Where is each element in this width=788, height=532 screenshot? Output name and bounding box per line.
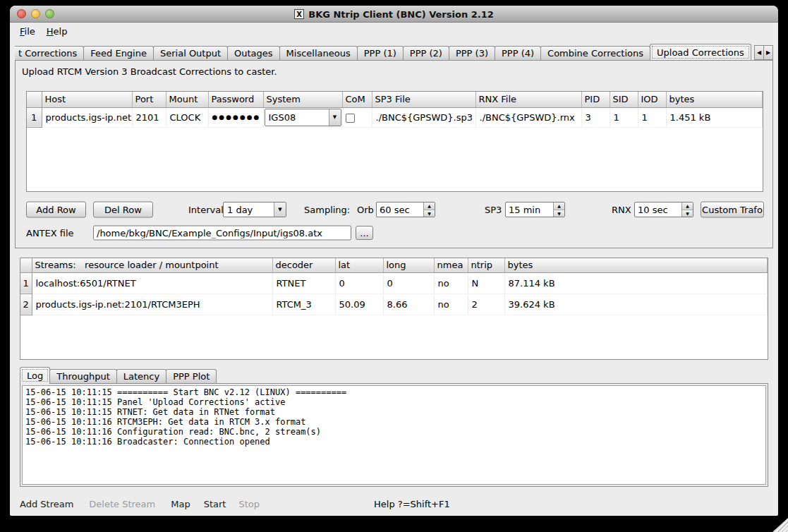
status-bar: Add Stream Delete Stream Map Start Stop … xyxy=(10,494,778,514)
add-stream-button[interactable]: Add Stream xyxy=(20,499,73,509)
com-checkbox[interactable] xyxy=(346,114,355,123)
cell-long[interactable]: 0 xyxy=(383,272,434,294)
tab-broadcast-corrections[interactable]: t Corrections xyxy=(15,46,84,60)
spin-up-icon[interactable]: ▲ xyxy=(682,202,693,210)
cell-nmea[interactable]: no xyxy=(434,294,468,315)
spin-down-icon[interactable]: ▼ xyxy=(424,210,435,217)
tab-outages[interactable]: Outages xyxy=(227,46,280,60)
cell-sid[interactable]: 1 xyxy=(610,107,638,127)
spin-up-icon[interactable]: ▲ xyxy=(424,202,435,210)
tab-ppp-3[interactable]: PPP (3) xyxy=(449,46,495,60)
menu-help[interactable]: Help xyxy=(42,25,72,38)
cell-decoder[interactable]: RTCM_3 xyxy=(272,294,335,315)
row-number[interactable]: 1 xyxy=(20,272,32,294)
cell-long[interactable]: 8.66 xyxy=(383,294,434,315)
resize-grip[interactable] xyxy=(772,518,788,532)
sampling-label: Sampling: xyxy=(304,205,350,215)
cell-nmea[interactable]: no xyxy=(434,272,468,294)
log-output[interactable]: 15-06-15 10:11:15 ========== Start BNC v… xyxy=(22,385,766,485)
chevron-down-icon[interactable]: ▼ xyxy=(329,109,341,126)
map-button[interactable]: Map xyxy=(171,499,190,509)
tab-ppp-1[interactable]: PPP (1) xyxy=(357,46,404,60)
antex-file-input[interactable] xyxy=(93,226,351,241)
column-header-sp3-file[interactable]: SP3 File xyxy=(372,92,475,107)
table-corner[interactable] xyxy=(20,258,32,272)
cell-decoder[interactable]: RTNET xyxy=(272,272,335,294)
cell-ntrip[interactable]: 2 xyxy=(468,294,504,315)
column-header-iod[interactable]: IOD xyxy=(638,92,666,107)
orb-sampling-spinbox[interactable]: 60 sec ▲ ▼ xyxy=(376,202,435,217)
column-header-com[interactable]: CoM xyxy=(342,92,372,107)
cell-lat[interactable]: 0 xyxy=(335,272,383,294)
column-header-mount[interactable]: Mount xyxy=(166,92,208,107)
upload-table-row: 1 products.igs-ip.net 2101 CLOCK ●●●●●●●… xyxy=(27,107,763,127)
cell-lat[interactable]: 50.09 xyxy=(335,294,383,315)
cell-host[interactable]: products.igs-ip.net xyxy=(42,107,132,127)
cell-port[interactable]: 2101 xyxy=(132,107,166,127)
table-corner[interactable] xyxy=(27,92,42,107)
start-button[interactable]: Start xyxy=(204,499,226,509)
tab-throughput[interactable]: Throughput xyxy=(49,369,117,383)
del-row-button[interactable]: Del Row xyxy=(93,202,153,218)
column-header-bytes[interactable]: bytes xyxy=(504,258,768,272)
interval-combobox[interactable]: 1 day ▼ xyxy=(223,202,286,217)
cell-password[interactable]: ●●●●●●● xyxy=(208,107,263,127)
tab-ppp-plot[interactable]: PPP Plot xyxy=(166,369,217,383)
column-header-system[interactable]: System xyxy=(263,92,342,107)
upload-table-header-row: Host Port Mount Password System CoM SP3 … xyxy=(27,92,763,107)
tab-log[interactable]: Log xyxy=(20,367,50,384)
spin-down-icon[interactable]: ▼ xyxy=(554,210,564,217)
custom-trafo-button[interactable]: Custom Trafo xyxy=(701,202,764,218)
browse-button[interactable]: ... xyxy=(356,226,373,240)
tab-scroll-right-button[interactable]: ▶ xyxy=(763,45,773,60)
cell-rnx-file[interactable]: ./BNC${GPSWD}.rnx xyxy=(475,107,581,127)
system-combobox[interactable]: IGS08 ▼ xyxy=(265,109,341,126)
cell-bytes[interactable]: 1.451 kB xyxy=(666,107,763,127)
column-header-sid[interactable]: SID xyxy=(610,92,638,107)
window-title-text: BKG Ntrip Client (BNC) Version 2.12 xyxy=(308,9,494,20)
column-header-rnx-file[interactable]: RNX File xyxy=(475,92,581,107)
row-number[interactable]: 1 xyxy=(27,107,42,127)
column-header-lat[interactable]: lat xyxy=(335,258,383,272)
tab-upload-corrections[interactable]: Upload Corrections xyxy=(650,44,751,60)
row-number[interactable]: 2 xyxy=(20,294,32,315)
column-header-password[interactable]: Password xyxy=(208,92,263,107)
menu-file[interactable]: File xyxy=(16,25,40,38)
cell-sp3-file[interactable]: ./BNC${GPSWD}.sp3 xyxy=(372,107,475,127)
column-header-nmea[interactable]: nmea xyxy=(434,258,468,272)
cell-ntrip[interactable]: N xyxy=(468,272,504,294)
delete-stream-button[interactable]: Delete Stream xyxy=(89,499,155,509)
cell-pid[interactable]: 3 xyxy=(581,107,610,127)
column-header-pid[interactable]: PID xyxy=(581,92,610,107)
tab-scroll-left-button[interactable]: ◀ xyxy=(754,45,764,60)
rnx-sampling-spinbox[interactable]: 10 sec ▲ ▼ xyxy=(634,202,693,217)
tab-combine-corrections[interactable]: Combine Corrections xyxy=(540,46,650,60)
cell-mountpoint[interactable]: products.igs-ip.net:2101/RTCM3EPH xyxy=(32,294,272,315)
column-header-host[interactable]: Host xyxy=(42,92,132,107)
column-header-port[interactable]: Port xyxy=(132,92,166,107)
cell-iod[interactable]: 1 xyxy=(638,107,666,127)
tab-latency[interactable]: Latency xyxy=(116,369,166,383)
column-header-bytes[interactable]: bytes xyxy=(666,92,763,107)
add-row-button[interactable]: Add Row xyxy=(26,202,86,218)
tab-ppp-4[interactable]: PPP (4) xyxy=(495,46,541,60)
column-header-ntrip[interactable]: ntrip xyxy=(468,258,504,272)
tab-serial-output[interactable]: Serial Output xyxy=(153,46,228,60)
tab-miscellaneous[interactable]: Miscellaneous xyxy=(279,46,358,60)
tab-feed-engine[interactable]: Feed Engine xyxy=(83,46,154,60)
column-header-decoder[interactable]: decoder xyxy=(272,258,335,272)
log-line: 15-06-15 10:11:16 RTCM3EPH: Get data in … xyxy=(25,417,763,427)
chevron-down-icon[interactable]: ▼ xyxy=(274,202,286,217)
column-header-mountpoint[interactable]: Streams: resource loader / mountpoint xyxy=(32,258,272,272)
cell-mountpoint[interactable]: localhost:6501/RTNET xyxy=(32,272,272,294)
titlebar[interactable]: X BKG Ntrip Client (BNC) Version 2.12 xyxy=(10,6,778,23)
spin-up-icon[interactable]: ▲ xyxy=(554,202,564,210)
cell-mount[interactable]: CLOCK xyxy=(166,107,208,127)
stop-button[interactable]: Stop xyxy=(238,499,260,509)
spin-down-icon[interactable]: ▼ xyxy=(682,210,693,217)
column-header-long[interactable]: long xyxy=(383,258,434,272)
cell-bytes[interactable]: 39.624 kB xyxy=(504,294,768,315)
tab-ppp-2[interactable]: PPP (2) xyxy=(403,46,449,60)
cell-bytes[interactable]: 87.114 kB xyxy=(504,272,768,294)
sp3-sampling-spinbox[interactable]: 15 min ▲ ▼ xyxy=(505,202,565,217)
